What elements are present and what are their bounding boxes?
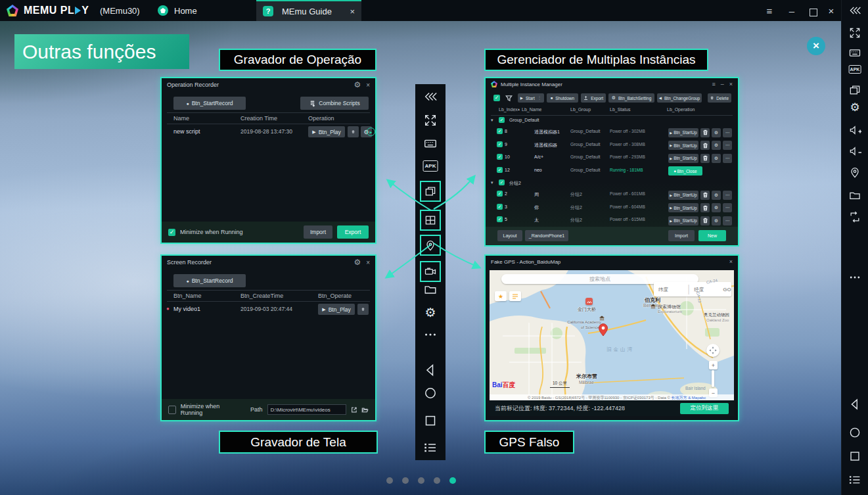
copyright-links[interactable]: 长地万方 & Mapabc xyxy=(672,396,706,400)
shared-folder-icon[interactable] xyxy=(848,189,861,202)
open-path-icon[interactable] xyxy=(351,406,357,413)
play-video-button[interactable]: ▶ Btn_Play xyxy=(318,304,355,315)
play-script-button[interactable]: ▶ Btn_Play xyxy=(308,126,345,137)
instance-row[interactable]: ✓ 10 A/c+ Group_Default Power off - 293M… xyxy=(486,152,738,165)
guide-tab-close-icon[interactable]: × xyxy=(350,7,355,16)
batch-setting-button[interactable]: ⚙Btn_BatchSetting xyxy=(608,93,654,103)
keyboard-icon[interactable] xyxy=(423,136,438,151)
multi-window-icon[interactable] xyxy=(848,83,861,97)
delete-video-button[interactable] xyxy=(357,304,369,315)
page-dot-1[interactable] xyxy=(386,477,393,484)
delete-instance-button[interactable] xyxy=(700,203,710,212)
android-recents-icon[interactable] xyxy=(423,413,438,429)
volume-up-icon[interactable] xyxy=(848,124,861,137)
minimize-button[interactable]: – xyxy=(783,5,800,16)
instance-row[interactable]: ✓ 2 周 分组2 Power off - 601MB ▶Btn_StartUp… xyxy=(486,189,738,202)
export-button[interactable]: Export xyxy=(581,93,606,103)
tab-memu-guide[interactable]: ? MEmu Guide × xyxy=(256,0,361,21)
instance-more-button[interactable]: ⋯ xyxy=(723,128,732,137)
delete-instance-button[interactable] xyxy=(700,216,710,225)
location-icon[interactable] xyxy=(848,166,861,179)
delete-instance-button[interactable] xyxy=(700,191,710,200)
close-button[interactable]: × xyxy=(823,5,840,16)
map-marker-pin[interactable] xyxy=(598,323,608,337)
import-button[interactable]: Import xyxy=(304,225,332,239)
delete-script-button[interactable] xyxy=(348,126,359,137)
instance-more-button[interactable]: ⋯ xyxy=(723,216,732,225)
map-canvas[interactable]: 搜索地点 ★ | GO 伯克利 Berkeley 金门大桥 探索博物馆 Exp xyxy=(490,270,734,402)
delete-instance-button[interactable] xyxy=(700,128,710,137)
start-record-button[interactable]: ● Btn_StartRecord xyxy=(173,97,246,110)
instance-settings-button[interactable]: ⚙ xyxy=(712,141,721,150)
instance-settings-button[interactable]: ⚙ xyxy=(712,154,721,163)
startup-button[interactable]: ▶Btn_StartUp xyxy=(668,216,698,225)
import-button[interactable]: Import xyxy=(668,230,695,241)
instance-settings-button[interactable]: ⚙ xyxy=(712,203,721,212)
group-checkbox[interactable]: ✓ xyxy=(499,117,505,123)
layout-button[interactable]: Layout xyxy=(497,230,522,241)
row-checkbox[interactable]: ✓ xyxy=(497,128,503,134)
guide-close-button[interactable]: × xyxy=(807,37,825,55)
combine-scripts-button[interactable]: Combine Scripts xyxy=(300,97,369,110)
apk-install-icon[interactable]: APK xyxy=(849,65,861,74)
list-button[interactable] xyxy=(509,291,521,301)
startup-button[interactable]: ■Btn_Close xyxy=(668,166,702,176)
page-dot-4[interactable] xyxy=(434,477,440,484)
close-icon[interactable]: × xyxy=(366,82,370,89)
instance-row[interactable]: ✓ 8 逍遥模拟器1 Group_Default Power off - 302… xyxy=(486,126,738,139)
export-button[interactable]: Export xyxy=(337,225,369,239)
fullscreen-icon[interactable] xyxy=(848,26,861,39)
settings-gear-icon[interactable]: ⚙ xyxy=(354,81,361,89)
instance-row[interactable]: ✓ 3 你 分组2 Power off - 604MB ▶Btn_StartUp… xyxy=(486,202,738,215)
group-checkbox[interactable]: ✓ xyxy=(499,179,505,185)
change-group-button[interactable]: ◀Btn_ChangeGroup xyxy=(657,93,702,103)
instance-settings-button[interactable]: ⚙ xyxy=(712,128,721,137)
settings-gear-icon[interactable]: ⚙ xyxy=(850,102,859,113)
instance-group-row[interactable]: ▾ ✓ 分组2 xyxy=(486,177,738,189)
page-dot-5-active[interactable] xyxy=(449,477,456,484)
android-home-icon[interactable] xyxy=(848,425,862,440)
start-button[interactable]: ▶Start⋮ xyxy=(518,93,544,103)
fullscreen-icon[interactable] xyxy=(423,113,438,128)
window-menu-button[interactable]: ≡ xyxy=(761,5,778,16)
open-folder-icon[interactable] xyxy=(361,406,369,413)
select-all-checkbox[interactable]: ✓ xyxy=(493,95,500,101)
settings-gear-icon[interactable]: ⚙ xyxy=(354,258,361,266)
path-input[interactable] xyxy=(267,404,346,415)
minimize-checkbox[interactable] xyxy=(168,406,176,414)
startup-button[interactable]: ▶Btn_StartUp xyxy=(668,128,698,137)
map-zoom-slider[interactable] xyxy=(712,370,714,387)
row-checkbox[interactable]: ✓ xyxy=(497,141,503,147)
close-icon[interactable]: × xyxy=(729,258,733,265)
sidebar-collapse-icon[interactable] xyxy=(423,89,438,104)
android-back-icon[interactable] xyxy=(423,362,438,378)
android-back-icon[interactable] xyxy=(848,397,862,412)
close-icon[interactable]: × xyxy=(729,81,733,87)
startup-button[interactable]: ▶Btn_StartUp xyxy=(668,141,698,150)
instance-group-row[interactable]: ▾ ✓ Group_Default xyxy=(486,115,738,126)
instance-settings-button[interactable]: ⚙ xyxy=(712,191,721,200)
random-phone-button[interactable]: _RandomPhone1 xyxy=(525,230,568,241)
new-instance-button[interactable]: New xyxy=(698,230,726,241)
instance-more-button[interactable]: ⋯ xyxy=(723,154,732,163)
startup-button[interactable]: ▶Btn_StartUp xyxy=(668,203,698,212)
instance-settings-button[interactable]: ⚙ xyxy=(712,216,721,225)
instance-more-button[interactable]: ⋯ xyxy=(723,141,732,150)
delete-button[interactable]: Delete xyxy=(708,93,731,103)
android-home-icon[interactable] xyxy=(423,385,438,401)
android-menu-icon[interactable] xyxy=(848,473,862,487)
start-record-button[interactable]: ● Btn_StartRecord xyxy=(173,274,246,287)
more-options-icon[interactable] xyxy=(423,327,438,342)
go-button[interactable]: GO xyxy=(723,287,731,293)
delete-instance-button[interactable] xyxy=(700,141,710,150)
minimize-icon[interactable]: – xyxy=(721,81,724,87)
android-menu-icon[interactable] xyxy=(423,440,438,456)
filter-funnel-icon[interactable] xyxy=(505,95,513,102)
menu-icon[interactable]: ≡ xyxy=(712,81,715,87)
instance-row[interactable]: ✓ 12 neo Group_Default Running - 181MB ■… xyxy=(486,165,738,178)
rotate-screen-icon[interactable] xyxy=(848,210,861,224)
android-recents-icon[interactable] xyxy=(848,449,862,463)
startup-button[interactable]: ▶Btn_StartUp xyxy=(668,154,698,163)
sort-asc-icon[interactable]: ▲ xyxy=(517,107,520,111)
startup-button[interactable]: ▶Btn_StartUp xyxy=(668,191,698,200)
